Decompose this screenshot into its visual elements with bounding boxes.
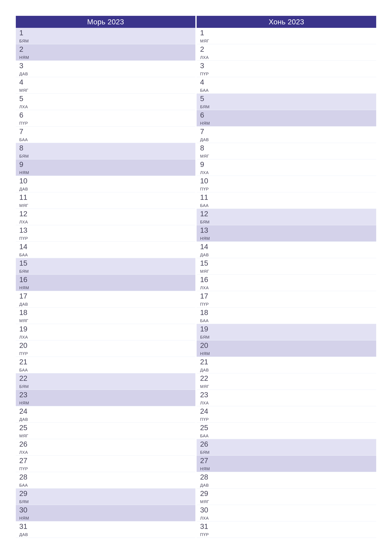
day-row: 12БЯМ [197,209,376,225]
day-of-week: ДАВ [19,417,192,422]
day-row: 24ПҮР [197,406,376,423]
month-header: Морь 2023 [16,16,195,28]
day-row: 22МЯГ [197,373,376,390]
day-row: 7БАА [16,127,195,143]
day-number: 4 [200,79,373,86]
day-of-week: ЛХА [19,335,192,339]
day-row: 20НЯМ [197,340,376,357]
day-of-week: БЯМ [19,500,192,504]
day-row: 3ДАВ [16,61,195,77]
day-of-week: МЯГ [19,204,192,208]
day-of-week: БАА [19,138,192,142]
day-row: 6НЯМ [197,110,376,127]
day-of-week: НЯМ [19,286,192,290]
day-of-week: БЯМ [200,450,373,454]
day-number: 2 [19,45,192,53]
day-of-week: ДАВ [200,368,373,372]
day-number: 1 [200,29,373,37]
day-row: 14ДАВ [197,242,376,258]
day-row: 8БЯМ [16,143,195,160]
day-of-week: БАА [19,253,192,257]
day-of-week: МЯГ [200,384,373,388]
day-row: 15МЯГ [197,258,376,275]
day-row: 15БЯМ [16,258,195,275]
day-number: 31 [200,523,373,530]
day-number: 16 [200,276,373,283]
day-row: 19БЯМ [197,324,376,340]
day-of-week: БАА [19,483,192,487]
day-of-week: МЯГ [19,88,192,92]
day-of-week: БАА [200,319,373,323]
day-number: 11 [200,194,373,201]
day-of-week: ДАВ [200,138,373,142]
day-row: 28ДАВ [197,472,376,489]
day-row: 30НЯМ [16,505,195,521]
day-number: 15 [19,259,192,267]
day-row: 25БАА [197,423,376,439]
day-of-week: ПҮР [19,467,192,471]
day-number: 13 [200,226,373,234]
day-row: 11БАА [197,192,376,209]
day-number: 8 [200,144,373,152]
day-number: 16 [19,276,192,283]
day-row: 21БАА [16,357,195,373]
day-of-week: ДАВ [19,533,192,537]
day-number: 24 [200,408,373,415]
day-of-week: ДАВ [200,483,373,487]
day-row: 17ПҮР [197,291,376,307]
month-column-right: Хонь 2023 1МЯГ2ЛХА3ПҮР4БАА5БЯМ6НЯМ7ДАВ8М… [197,16,376,538]
day-number: 18 [19,309,192,316]
day-row: 25МЯГ [16,423,195,439]
day-row: 17ДАВ [16,291,195,307]
day-number: 19 [200,325,373,333]
day-number: 5 [19,95,192,102]
day-number: 30 [200,506,373,514]
day-of-week: ДАВ [19,302,192,306]
day-number: 23 [19,391,192,398]
day-of-week: НЯМ [19,55,192,59]
day-of-week: ПҮР [200,533,373,537]
day-row: 27ПҮР [16,456,195,472]
day-number: 12 [19,210,192,217]
day-of-week: БЯМ [19,154,192,158]
day-number: 2 [200,45,373,53]
day-of-week: ЛХА [19,450,192,454]
day-of-week: ПҮР [19,121,192,125]
day-of-week: БЯМ [19,384,192,388]
day-of-week: ДАВ [19,72,192,76]
day-number: 11 [19,194,192,201]
day-number: 7 [19,128,192,135]
day-number: 6 [19,111,192,119]
day-of-week: БАА [200,434,373,438]
day-row: 10ДАВ [16,176,195,192]
day-row: 29БЯМ [16,489,195,505]
day-number: 7 [200,128,373,135]
day-row: 4БАА [197,77,376,94]
day-list: 1МЯГ2ЛХА3ПҮР4БАА5БЯМ6НЯМ7ДАВ8МЯГ9ЛХА10ПҮ… [197,28,376,538]
day-row: 30ЛХА [197,505,376,521]
day-row: 1БЯМ [16,28,195,44]
day-number: 6 [200,111,373,119]
day-row: 27НЯМ [197,456,376,472]
day-of-week: ЛХА [200,516,373,520]
day-number: 20 [200,342,373,349]
day-row: 24ДАВ [16,406,195,423]
day-row: 6ПҮР [16,110,195,127]
day-number: 26 [200,440,373,448]
day-number: 9 [19,161,192,168]
day-row: 9ЛХА [197,160,376,176]
day-of-week: НЯМ [200,236,373,241]
day-of-week: ПҮР [200,417,373,422]
day-number: 5 [200,95,373,102]
day-of-week: МЯГ [200,154,373,158]
day-row: 2НЯМ [16,44,195,61]
day-row: 5ЛХА [16,94,195,110]
day-row: 22БЯМ [16,373,195,390]
day-number: 14 [200,243,373,250]
day-of-week: МЯГ [200,500,373,504]
day-row: 10ПҮР [197,176,376,192]
day-of-week: ЛХА [200,55,373,59]
day-number: 28 [200,473,373,481]
day-row: 19ЛХА [16,324,195,340]
day-of-week: МЯГ [19,434,192,438]
